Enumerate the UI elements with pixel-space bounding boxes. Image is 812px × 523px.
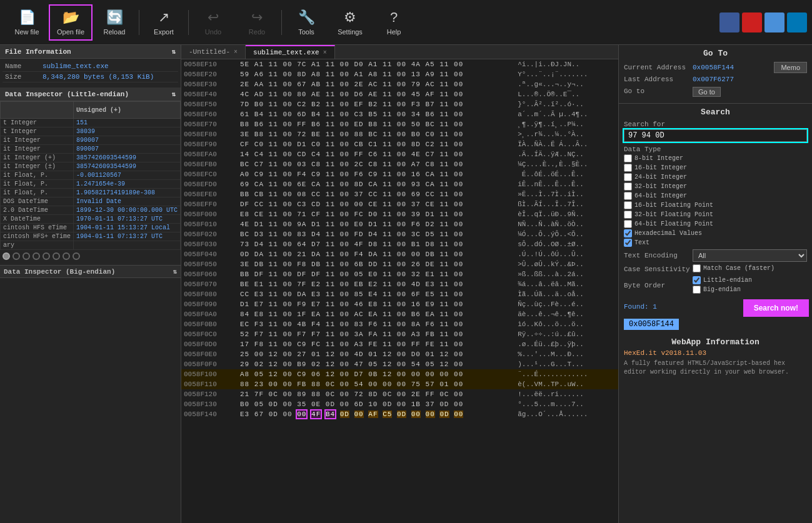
hex-row[interactable]: 0058F020BC D3 11 00 83 D4 11 00 FD D4 11… — [181, 229, 618, 239]
search-type-checkbox[interactable] — [624, 164, 632, 172]
hex-bytes[interactable]: 61 B4 11 00 6D B4 11 00 C3 B5 11 00 34 B… — [240, 109, 509, 119]
hex-row[interactable]: 0058F0503E DB 11 00 F8 DB 11 00 6B DD 11… — [181, 259, 618, 269]
hex-row[interactable]: 0058F060BB DF 11 00 DF DF 11 00 05 E0 11… — [181, 269, 618, 279]
hex-row[interactable]: 0058F100A8 05 12 00 C9 06 12 00 D7 0B 12… — [181, 369, 618, 379]
hex-bytes[interactable]: 52 F7 11 00 F7 F7 11 00 3A FA 11 00 A3 F… — [240, 329, 509, 339]
hex-row[interactable]: 0058EF6061 B4 11 00 6D B4 11 00 C3 B5 11… — [181, 109, 618, 119]
new-file-button[interactable]: 📄 New file — [5, 6, 49, 39]
radio-7[interactable] — [63, 252, 70, 260]
hex-bytes[interactable]: 25 00 12 00 27 01 12 00 4D 01 12 00 D0 0… — [240, 349, 509, 359]
hex-bytes[interactable]: 2E AA 11 00 67 AB 11 00 2E AC 11 00 79 A… — [240, 79, 509, 89]
linkedin-icon[interactable] — [787, 12, 807, 32]
search-now-button[interactable]: Search now! — [745, 301, 807, 315]
hex-row[interactable]: 0058F0C052 F7 11 00 F7 F7 11 00 3A FA 11… — [181, 329, 618, 339]
hex-row[interactable]: 0058F000E8 CE 11 00 71 CF 11 00 FC D0 11… — [181, 209, 618, 219]
tools-button[interactable]: 🔧 Tools — [284, 6, 328, 39]
radio-1[interactable] — [3, 252, 10, 260]
data-inspector-expand-icon[interactable]: ⇅ — [171, 90, 176, 98]
reload-button[interactable]: 🔄 Reload — [93, 6, 136, 39]
facebook-icon[interactable] — [719, 12, 739, 32]
export-button[interactable]: ↗ Export — [142, 6, 186, 39]
search-type-checkbox[interactable] — [624, 211, 632, 219]
hex-row[interactable]: 0058EF302E AA 11 00 67 AB 11 00 2E AC 11… — [181, 79, 618, 89]
hex-row[interactable]: 0058EFE0BB CB 11 00 08 CC 11 00 37 CC 11… — [181, 189, 618, 199]
open-file-button[interactable]: 📂 Open file — [49, 4, 93, 41]
hex-row[interactable]: 0058EFC0A0 C9 11 00 F4 C9 11 00 F6 C9 11… — [181, 169, 618, 179]
hex-bytes[interactable]: E3 67 0D 00 00 4F B4 0D 00 AF C5 0D 00 0… — [240, 409, 509, 419]
tab-sublime[interactable]: sublime_text.exe × — [246, 45, 335, 59]
redo-button[interactable]: ↪ Redo — [235, 6, 279, 39]
hex-row[interactable]: 0058F090D1 E7 11 00 F9 E7 11 00 46 E8 11… — [181, 299, 618, 309]
hex-row[interactable]: 0058F0400D DA 11 00 21 DA 11 00 F4 DA 11… — [181, 249, 618, 259]
radio-2[interactable] — [13, 252, 20, 260]
file-info-expand-icon[interactable]: ⇅ — [171, 47, 176, 56]
hex-row[interactable]: 0058EF404C AD 11 00 80 AE 11 00 D6 AE 11… — [181, 89, 618, 99]
hex-bytes[interactable]: 88 23 00 00 FB 88 0C 00 54 00 00 00 75 5… — [240, 379, 509, 389]
hex-bytes[interactable]: 14 C4 11 00 CD C4 11 00 FF C6 11 00 4E C… — [240, 149, 509, 159]
hex-bytes[interactable]: 73 D4 11 00 64 D7 11 00 4F D8 11 00 B1 D… — [240, 239, 509, 249]
hex-bytes[interactable]: 17 F8 11 00 C9 FC 11 00 A3 FE 11 00 FF F… — [240, 339, 509, 349]
hex-row[interactable]: 0058EFA014 C4 11 00 CD C4 11 00 FF C6 11… — [181, 149, 618, 159]
hex-row[interactable]: 0058EF507D B0 11 00 C2 B2 11 00 EF B2 11… — [181, 99, 618, 109]
data-inspector-big-header[interactable]: Data Inspector (Big-endian) ⇅ — [0, 265, 181, 278]
hex-bytes[interactable]: 3E DB 11 00 F8 DB 11 00 6B DD 11 00 26 D… — [240, 259, 509, 269]
hex-bytes[interactable]: 4E D1 11 00 9A D1 11 00 E0 D1 11 00 F6 D… — [240, 219, 509, 229]
hex-bytes[interactable]: BE E1 11 00 7F E2 11 00 EB E2 11 00 4D E… — [240, 279, 509, 289]
hex-row[interactable]: 0058EF105E A1 11 00 7C A1 11 00 D0 A1 11… — [181, 59, 618, 69]
hex-row[interactable]: 0058F0D017 F8 11 00 C9 FC 11 00 A3 FE 11… — [181, 339, 618, 349]
hex-row[interactable]: 0058F130B0 05 0D 00 35 0E 0D 00 6D 10 0D… — [181, 399, 618, 409]
twitter-icon[interactable] — [764, 12, 784, 32]
hex-row[interactable]: 0058EF803E B8 11 00 72 BE 11 00 88 BC 11… — [181, 129, 618, 139]
data-inspector-header[interactable]: Data Inspector (Little-endian) ⇅ — [0, 87, 181, 101]
hex-row[interactable]: 0058F0104E D1 11 00 9A D1 11 00 E0 D1 11… — [181, 219, 618, 229]
hex-row[interactable]: 0058F070BE E1 11 00 7F E2 11 00 EB E2 11… — [181, 279, 618, 289]
hex-bytes[interactable]: 5E A1 11 00 7C A1 11 00 D0 A1 11 00 4A A… — [240, 59, 509, 69]
hex-bytes[interactable]: 7D B0 11 00 C2 B2 11 00 EF B2 11 00 F3 B… — [240, 99, 509, 109]
hex-bytes[interactable]: 29 02 12 00 B9 02 12 00 47 05 12 00 54 0… — [240, 359, 509, 369]
hex-row[interactable]: 0058F080CC E3 11 00 DA E3 11 00 85 E4 11… — [181, 289, 618, 299]
hex-bytes[interactable]: 0D DA 11 00 21 DA 11 00 F4 DA 11 00 00 D… — [240, 249, 509, 259]
help-button[interactable]: ? Help — [372, 6, 416, 39]
hex-row[interactable]: 0058EF70B8 B6 11 00 FF B6 11 00 ED B8 11… — [181, 119, 618, 129]
hex-row[interactable]: 0058F0E025 00 12 00 27 01 12 00 4D 01 12… — [181, 349, 618, 359]
tab-untitled-close[interactable]: × — [234, 49, 238, 56]
hex-bytes[interactable]: 4C AD 11 00 80 AE 11 00 D6 AE 11 00 45 A… — [240, 89, 509, 99]
big-endian-checkbox[interactable] — [693, 286, 701, 294]
hex-row[interactable]: 0058EFD069 CA 11 00 6E CA 11 00 8D CA 11… — [181, 179, 618, 189]
hex-bytes[interactable]: BC D3 11 00 83 D4 11 00 FD D4 11 00 3C D… — [240, 229, 509, 239]
search-type-checkbox[interactable] — [624, 182, 632, 191]
hex-bytes[interactable]: EC F3 11 00 4B F4 11 00 83 F6 11 00 8A F… — [240, 319, 509, 329]
match-case-checkbox[interactable] — [693, 264, 701, 272]
radio-4[interactable] — [33, 252, 40, 260]
hex-bytes[interactable]: B8 B6 11 00 FF B6 11 00 ED B8 11 00 50 B… — [240, 119, 509, 129]
hex-row[interactable]: 0058F0F029 02 12 00 B9 02 12 00 47 05 12… — [181, 359, 618, 369]
search-type-checkbox[interactable] — [624, 173, 632, 181]
search-type-checkbox[interactable] — [624, 229, 632, 237]
hex-row[interactable]: 0058F11088 23 00 00 FB 88 0C 00 54 00 00… — [181, 379, 618, 389]
hex-row[interactable]: 0058F0B0EC F3 11 00 4B F4 11 00 83 F6 11… — [181, 319, 618, 329]
undo-button[interactable]: ↩ Undo — [191, 6, 235, 39]
hex-bytes[interactable]: 84 E8 11 00 1F EA 11 00 AC EA 11 00 B6 E… — [240, 309, 509, 319]
tab-sublime-close[interactable]: × — [323, 49, 327, 56]
hex-row[interactable]: 0058EFF0DF CC 11 00 C3 CD 11 00 00 CE 11… — [181, 199, 618, 209]
radio-6[interactable] — [53, 252, 60, 260]
hex-bytes[interactable]: 59 A6 11 00 8D A8 11 00 A1 A8 11 00 13 A… — [240, 69, 509, 79]
settings-button[interactable]: ⚙ Settings — [328, 6, 372, 39]
text-encoding-select[interactable]: All — [693, 249, 807, 262]
radio-8[interactable] — [73, 252, 80, 260]
radio-5[interactable] — [43, 252, 50, 260]
hex-row[interactable]: 0058EF90CF C0 11 00 D1 C0 11 00 CB C1 11… — [181, 139, 618, 149]
hex-bytes[interactable]: 69 CA 11 00 6E CA 11 00 8D CA 11 00 93 C… — [240, 179, 509, 189]
hex-bytes[interactable]: A0 C9 11 00 F4 C9 11 00 F6 C9 11 00 16 C… — [240, 169, 509, 179]
hex-bytes[interactable]: DF CC 11 00 C3 CD 11 00 00 CE 11 00 37 C… — [240, 199, 509, 209]
hex-bytes[interactable]: 21 7F 0C 00 89 88 0C 00 72 8D 0C 00 2E F… — [240, 389, 509, 399]
hex-bytes[interactable]: E8 CE 11 00 71 CF 11 00 FC D0 11 00 39 D… — [240, 209, 509, 219]
hex-row[interactable]: 0058F03073 D4 11 00 64 D7 11 00 4F D8 11… — [181, 239, 618, 249]
hex-bytes[interactable]: BB DF 11 00 DF DF 11 00 05 E0 11 00 32 E… — [240, 269, 509, 279]
hex-bytes[interactable]: D1 E7 11 00 F9 E7 11 00 46 E8 11 00 16 E… — [240, 299, 509, 309]
little-endian-checkbox[interactable] — [693, 276, 701, 284]
hex-bytes[interactable]: CF C0 11 00 D1 C0 11 00 CB C1 11 00 8D C… — [240, 139, 509, 149]
hex-row[interactable]: 0058F12021 7F 0C 00 89 88 0C 00 72 8D 0C… — [181, 389, 618, 399]
search-input[interactable] — [624, 129, 807, 142]
search-type-checkbox[interactable] — [624, 220, 632, 228]
